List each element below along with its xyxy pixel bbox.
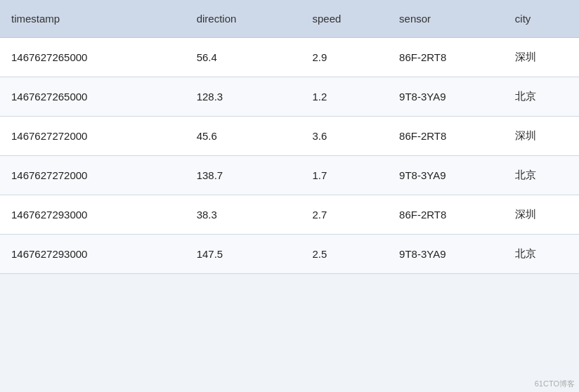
cell-timestamp: 1467627265000: [0, 38, 186, 77]
cell-timestamp: 1467627265000: [0, 77, 186, 117]
cell-speed: 1.2: [301, 77, 388, 117]
cell-sensor: 86F-2RT8: [388, 195, 504, 235]
cell-timestamp: 1467627272000: [0, 117, 186, 156]
cell-speed: 2.5: [301, 235, 388, 274]
watermark-label: 61CTO博客: [535, 379, 575, 389]
cell-city: 北京: [504, 77, 579, 117]
cell-city: 北京: [504, 235, 579, 274]
table-row: 1467627265000128.31.29T8-3YA9北京: [0, 77, 579, 117]
cell-speed: 1.7: [301, 156, 388, 195]
table-row: 1467627272000138.71.79T8-3YA9北京: [0, 156, 579, 195]
cell-city: 深圳: [504, 38, 579, 77]
cell-speed: 2.7: [301, 195, 388, 235]
col-header-city: city: [504, 0, 579, 38]
cell-city: 北京: [504, 156, 579, 195]
cell-direction: 128.3: [186, 77, 301, 117]
cell-direction: 45.6: [186, 117, 301, 156]
cell-direction: 138.7: [186, 156, 301, 195]
col-header-direction: direction: [186, 0, 301, 38]
col-header-timestamp: timestamp: [0, 0, 186, 38]
col-header-sensor: sensor: [388, 0, 504, 38]
cell-sensor: 9T8-3YA9: [388, 156, 504, 195]
data-table: timestamp direction speed sensor city 14…: [0, 0, 579, 274]
data-table-container: timestamp direction speed sensor city 14…: [0, 0, 579, 392]
cell-city: 深圳: [504, 117, 579, 156]
table-header-row: timestamp direction speed sensor city: [0, 0, 579, 38]
cell-sensor: 9T8-3YA9: [388, 235, 504, 274]
table-row: 146762729300038.32.786F-2RT8深圳: [0, 195, 579, 235]
cell-timestamp: 1467627293000: [0, 195, 186, 235]
cell-direction: 56.4: [186, 38, 301, 77]
col-header-speed: speed: [301, 0, 388, 38]
cell-speed: 2.9: [301, 38, 388, 77]
cell-city: 深圳: [504, 195, 579, 235]
cell-sensor: 9T8-3YA9: [388, 77, 504, 117]
cell-timestamp: 1467627293000: [0, 235, 186, 274]
cell-sensor: 86F-2RT8: [388, 117, 504, 156]
cell-direction: 38.3: [186, 195, 301, 235]
cell-sensor: 86F-2RT8: [388, 38, 504, 77]
table-row: 146762727200045.63.686F-2RT8深圳: [0, 117, 579, 156]
cell-timestamp: 1467627272000: [0, 156, 186, 195]
cell-speed: 3.6: [301, 117, 388, 156]
table-row: 146762726500056.42.986F-2RT8深圳: [0, 38, 579, 77]
cell-direction: 147.5: [186, 235, 301, 274]
table-row: 1467627293000147.52.59T8-3YA9北京: [0, 235, 579, 274]
